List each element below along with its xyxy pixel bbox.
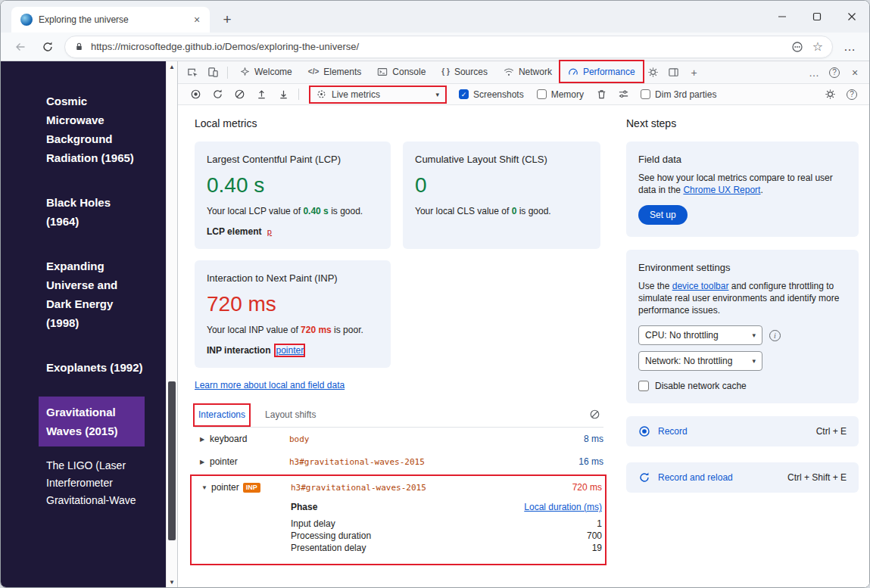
learn-more-link[interactable]: Learn more about local and field data (195, 380, 345, 390)
nav-item-exoplanets[interactable]: Exoplanets (1992) (46, 358, 145, 377)
toolbar-help-icon[interactable]: ? (842, 86, 862, 103)
page-permissions-icon[interactable] (791, 41, 803, 53)
record-button[interactable] (186, 86, 205, 103)
collapse-arrow-icon[interactable]: ▼ (196, 484, 211, 491)
environment-settings-body: Use the device toolbar and configure thr… (638, 280, 847, 316)
tab-layout-shifts[interactable]: Layout shifts (261, 405, 320, 427)
close-window-button[interactable] (834, 1, 869, 33)
dock-side-icon[interactable] (664, 64, 684, 82)
tab-interactions[interactable]: Interactions (195, 405, 249, 427)
back-button[interactable] (10, 36, 31, 58)
nav-item-expanding-universe[interactable]: Expanding Universe and Dark Energy (1998… (46, 257, 145, 332)
inp-interaction-link[interactable]: pointer (276, 345, 304, 356)
scrollbar-thumb[interactable] (168, 381, 176, 540)
tab-performance[interactable]: Performance (560, 61, 643, 83)
load-profile-icon[interactable] (251, 86, 271, 103)
interaction-row-keyboard[interactable]: ▶ keyboard body 8 ms (195, 428, 603, 450)
devtools-settings-gear-icon[interactable] (644, 64, 663, 82)
page-scrollbar[interactable]: ▲ ▼ (166, 61, 177, 588)
tab-network[interactable]: Performance Network (496, 61, 560, 83)
performance-toolbar: Live metrics ▾ ✓ Screenshots Memory (178, 84, 869, 105)
chrome-ux-report-link[interactable]: Chrome UX Report (683, 185, 760, 195)
clear-log-icon[interactable] (586, 409, 603, 424)
nav-item-black-holes[interactable]: Black Holes (1964) (46, 193, 145, 231)
checkbox-checked-icon: ✓ (459, 89, 469, 99)
network-throttling-select[interactable]: Network: No throttling ▾ (638, 351, 762, 371)
clear-button[interactable] (229, 86, 249, 103)
cpu-throttling-select[interactable]: CPU: No throttling ▾ (638, 325, 762, 345)
chevron-down-icon: ▾ (752, 357, 756, 365)
tab-console[interactable]: Console (370, 61, 433, 83)
record-reload-label: Record and reload (658, 472, 733, 483)
tab-sources-label: Sources (454, 67, 488, 77)
record-and-reload-button[interactable] (207, 86, 227, 103)
browser-window: Exploring the universe × + h (0, 0, 870, 588)
interaction-row-pointer[interactable]: ▶ pointer h3#gravitational-waves-2015 16… (195, 450, 603, 473)
save-profile-icon[interactable] (273, 86, 293, 103)
tab-welcome[interactable]: Welcome (232, 61, 300, 83)
nav-item-gravitational-waves[interactable]: Gravitational Waves (2015) (39, 397, 145, 446)
tab-elements[interactable]: </> Elements (301, 61, 370, 83)
lcp-element-link[interactable]: p (267, 227, 272, 237)
checkbox-icon (537, 89, 547, 99)
toolbar-settings-gear-icon[interactable] (820, 86, 840, 103)
environment-settings-card: Environment settings Use the device tool… (626, 250, 859, 403)
checkbox-icon (641, 89, 650, 99)
tab-network-label: Network (519, 67, 552, 77)
interaction-target-link[interactable]: h3#gravitational-waves-2015 (291, 483, 541, 493)
minimize-button[interactable] (765, 1, 800, 33)
refresh-button[interactable] (37, 36, 58, 58)
tab-sources[interactable]: { } Sources (434, 61, 495, 83)
dim-3rd-parties-checkbox[interactable]: Dim 3rd parties (635, 89, 722, 100)
interaction-row-pointer-inp[interactable]: ▼ pointer INP h3#gravitational-waves-201… (196, 476, 602, 499)
set-up-button[interactable]: Set up (638, 205, 688, 225)
expand-arrow-icon[interactable]: ▶ (195, 436, 210, 443)
maximize-button[interactable] (800, 1, 834, 33)
tab-performance-label: Performance (583, 67, 635, 77)
tab-welcome-label: Welcome (254, 67, 292, 77)
lcp-description: Your local LCP value of 0.40 s is good. (207, 205, 379, 217)
sources-icon: { } (441, 67, 450, 76)
disable-network-cache-checkbox[interactable]: Disable network cache (638, 381, 847, 391)
interaction-target-link[interactable]: body (289, 434, 543, 444)
devtools-help-icon[interactable]: ? (825, 64, 844, 82)
scroll-up-icon[interactable]: ▲ (167, 61, 177, 73)
tab-close-icon[interactable]: × (190, 14, 204, 26)
live-metrics-dropdown[interactable]: Live metrics ▾ (310, 87, 445, 102)
cls-description: Your local CLS value of 0 is good. (415, 205, 588, 217)
favorite-star-icon[interactable]: ☆ (812, 41, 823, 53)
scroll-down-icon[interactable]: ▼ (167, 577, 177, 588)
phase-row-processing-duration: Processing duration 700 (291, 530, 602, 542)
nav-item-cosmic-microwave[interactable]: Cosmic Microwave Background Radiation (1… (46, 92, 145, 167)
welcome-icon (240, 67, 250, 76)
field-data-card: Field data See how your local metrics co… (626, 142, 859, 237)
expand-arrow-icon[interactable]: ▶ (195, 459, 210, 465)
more-options-icon[interactable]: … (804, 64, 824, 82)
browser-tab[interactable]: Exploring the universe × (11, 7, 210, 33)
inp-interaction-label: INP interaction (207, 345, 270, 356)
url-text[interactable]: https://microsoftedge.github.io/Demos/ex… (91, 41, 784, 52)
close-devtools-button[interactable]: × (845, 64, 865, 82)
info-icon[interactable]: i (769, 330, 781, 341)
device-emulation-icon[interactable] (203, 64, 223, 82)
new-tab-button[interactable]: + (216, 8, 239, 31)
record-card[interactable]: Record Ctrl + E (626, 416, 859, 446)
inspect-element-icon[interactable] (182, 64, 202, 82)
address-bar[interactable]: https://microsoftedge.github.io/Demos/ex… (64, 36, 833, 58)
local-duration-link[interactable]: Local duration (ms) (524, 502, 602, 512)
screenshots-checkbox[interactable]: ✓ Screenshots (454, 89, 529, 100)
device-toolbar-link[interactable]: device toolbar (672, 281, 729, 291)
memory-checkbox[interactable]: Memory (532, 89, 589, 100)
lock-icon[interactable] (74, 42, 84, 51)
trash-icon[interactable] (591, 86, 611, 103)
local-metrics-heading: Local metrics (195, 117, 603, 129)
add-panel-button[interactable]: + (684, 64, 704, 82)
browser-menu-button[interactable]: … (839, 36, 860, 58)
next-steps-heading: Next steps (626, 117, 859, 129)
interaction-type: pointer (210, 456, 238, 467)
interaction-target-link[interactable]: h3#gravitational-waves-2015 (289, 457, 543, 467)
inp-badge: INP (243, 483, 260, 493)
nav-sub-item-ligo[interactable]: The LIGO (Laser Interferometer Gravitati… (46, 457, 145, 509)
record-and-reload-card[interactable]: Record and reload Ctrl + Shift + E (626, 462, 859, 493)
throttling-sliders-icon[interactable] (613, 86, 633, 103)
